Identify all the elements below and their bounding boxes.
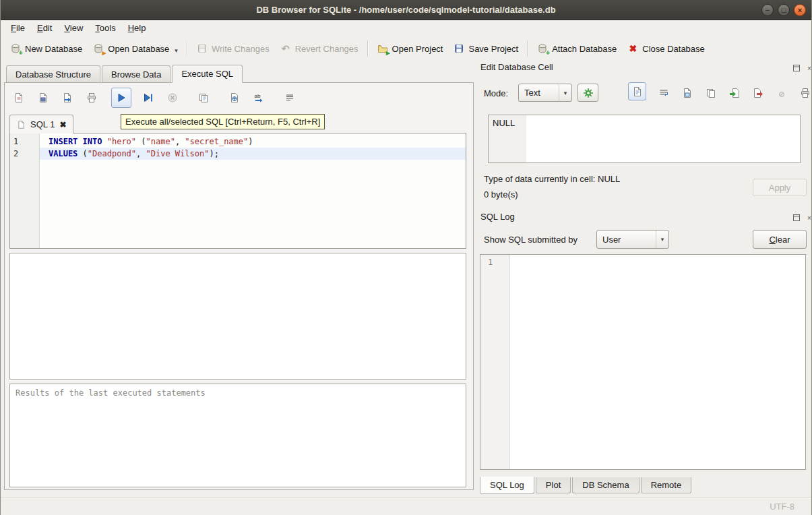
sql-log-filter-label: Show SQL submitted by <box>484 235 577 245</box>
attach-database-button[interactable]: + Attach Database <box>532 40 622 57</box>
new-database-label: New Database <box>25 44 82 54</box>
sql-editor[interactable]: 1 INSERT INTO "hero" ("name", "secret_na… <box>9 133 466 249</box>
print-sql-button[interactable] <box>84 90 99 105</box>
statusbar: UTF-8 <box>1 497 811 515</box>
open-database-dropdown-icon[interactable]: ▾ <box>175 47 178 54</box>
float-icon[interactable] <box>792 214 801 222</box>
set-null-button <box>776 87 788 99</box>
sql-editor-tab-label: SQL 1 <box>30 119 55 129</box>
sql-log-view[interactable]: 1 <box>480 254 806 470</box>
execute-all-button[interactable] <box>111 88 131 108</box>
close-button[interactable]: × <box>794 4 806 16</box>
sql-log-line-number: 1 <box>488 258 493 267</box>
cell-size-info: 0 byte(s) <box>484 189 518 200</box>
dock-close-icon[interactable]: × <box>805 214 812 222</box>
tab-close-icon[interactable]: ✖ <box>59 120 66 129</box>
find-replace-button[interactable]: ab <box>251 90 266 105</box>
cell-editor[interactable]: NULL <box>488 115 801 163</box>
menu-view[interactable]: View <box>58 21 89 35</box>
tab-execute-sql[interactable]: Execute SQL <box>172 65 243 83</box>
close-database-label: Close Database <box>642 44 705 54</box>
word-wrap-button[interactable] <box>282 90 297 105</box>
menu-edit[interactable]: Edit <box>31 21 58 35</box>
copy-cell-button[interactable] <box>705 87 717 99</box>
line-number: 1 <box>10 135 40 148</box>
open-query-tab-icon <box>229 92 240 103</box>
edit-cell-title: Edit Database Cell <box>480 62 553 72</box>
menubar: File Edit View Tools Help <box>1 20 811 36</box>
maximize-button[interactable]: □ <box>778 4 790 16</box>
results-placeholder: Results of the last executed statements <box>15 388 206 398</box>
open-database-button[interactable]: ▸ Open Database ▾ <box>88 40 183 57</box>
maximize-icon: □ <box>782 7 786 14</box>
float-icon[interactable] <box>792 64 801 72</box>
sql-log-filter-combobox[interactable]: User ▾ <box>596 230 669 249</box>
word-wrap-icon <box>658 88 669 98</box>
save-sql-file-icon <box>38 92 49 103</box>
print-cell-button[interactable] <box>799 87 811 99</box>
menu-file[interactable]: File <box>5 21 31 35</box>
code-line-1: 1 INSERT INTO "hero" ("name", "secret_na… <box>10 135 466 148</box>
save-sql-as-button[interactable] <box>60 90 75 105</box>
cell-value: NULL <box>493 118 515 128</box>
save-results-button[interactable] <box>196 90 211 105</box>
copy-icon <box>706 88 716 98</box>
text-document-icon <box>632 86 643 97</box>
apply-button: Apply <box>753 179 807 196</box>
save-sql-file-button[interactable] <box>36 90 51 105</box>
sql-editor-tab[interactable]: SQL 1 ✖ <box>9 115 73 133</box>
toolbar-separator <box>527 40 528 57</box>
combo-arrow-icon: ▾ <box>656 231 668 248</box>
menu-tools[interactable]: Tools <box>89 21 121 35</box>
results-log[interactable]: Results of the last executed statements <box>9 384 466 487</box>
save-project-label: Save Project <box>468 44 518 54</box>
execute-all-icon <box>116 92 127 103</box>
open-project-button[interactable]: ▸ Open Project <box>372 40 449 57</box>
dock-tab-db-schema[interactable]: DB Schema <box>572 477 639 493</box>
dock-tab-plot[interactable]: Plot <box>536 477 571 493</box>
document-icon <box>682 88 693 98</box>
new-database-button[interactable]: + New Database <box>5 40 88 57</box>
code-area: 1 INSERT INTO "hero" ("name", "secret_na… <box>10 133 466 160</box>
import-icon <box>729 88 740 98</box>
new-database-icon: + <box>10 43 21 54</box>
menu-help[interactable]: Help <box>122 21 152 35</box>
save-project-button[interactable]: Save Project <box>448 40 524 57</box>
open-file-cell-button[interactable] <box>681 87 693 99</box>
text-mode-button[interactable] <box>628 82 646 100</box>
import-cell-button[interactable] <box>728 87 741 99</box>
execute-line-button[interactable] <box>141 90 156 105</box>
open-project-icon: ▸ <box>377 43 388 54</box>
write-changes-label: Write Changes <box>212 44 270 54</box>
open-database-label: Open Database <box>108 44 169 54</box>
sql-log-dock-controls: × <box>792 214 812 222</box>
auto-switch-mode-button[interactable] <box>577 84 598 102</box>
mode-label: Mode: <box>484 88 508 98</box>
word-wrap-cell-button[interactable] <box>658 87 670 99</box>
write-changes-icon <box>197 43 208 54</box>
tab-browse-data[interactable]: Browse Data <box>102 65 170 82</box>
mode-combobox[interactable]: Text ▾ <box>518 84 572 102</box>
dock-tab-remote[interactable]: Remote <box>641 477 692 493</box>
execute-sql-panel: ab SQL 1 ✖ 1 INSERT INTO "hero" ("name", <box>4 82 474 490</box>
toolbar: + New Database ▸ Open Database ▾ Write C… <box>1 36 811 61</box>
plus-badge-icon: ▸ <box>386 49 390 57</box>
export-cell-button[interactable] <box>752 87 764 99</box>
minimize-button[interactable]: − <box>761 4 774 16</box>
tab-database-structure[interactable]: Database Structure <box>6 65 100 82</box>
close-database-button[interactable]: ✖ Close Database <box>622 40 710 57</box>
clear-log-button[interactable]: Clear <box>753 230 807 249</box>
cell-type-info: Type of data currently in cell: NULL <box>484 174 620 184</box>
cell-editor-toolbar <box>628 86 811 100</box>
toolbar-separator <box>187 40 188 57</box>
results-grid[interactable] <box>9 253 466 380</box>
open-query-tab-button[interactable] <box>227 90 242 105</box>
open-sql-file-button[interactable] <box>11 90 26 105</box>
toolbar-separator <box>367 40 369 57</box>
tooltip: Execute all/selected SQL [Ctrl+Return, F… <box>121 114 325 129</box>
save-project-icon <box>454 43 464 54</box>
clear-label: Clear <box>769 235 790 245</box>
dock-close-icon[interactable]: × <box>805 64 812 72</box>
dock-tab-sql-log[interactable]: SQL Log <box>480 477 534 494</box>
stop-execution-button <box>165 90 180 105</box>
